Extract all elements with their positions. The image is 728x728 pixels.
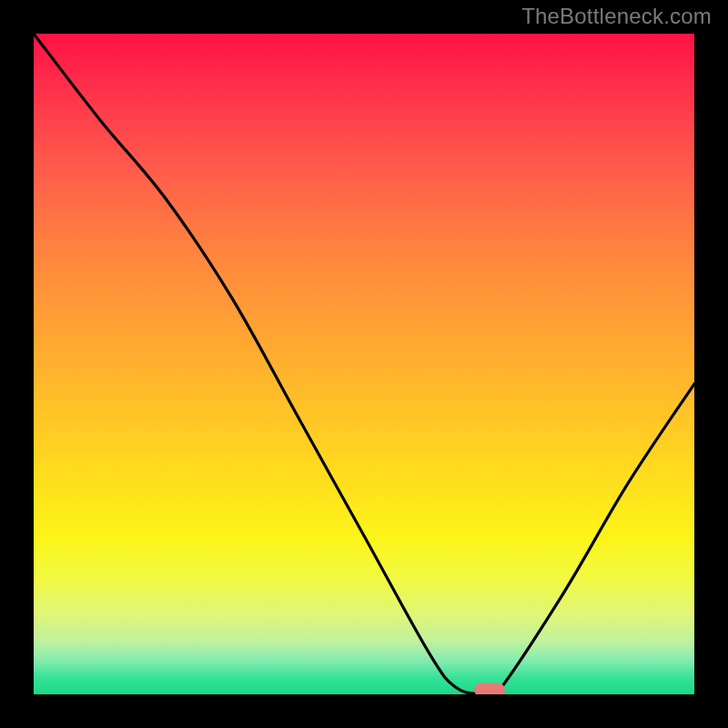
chart-container: TheBottleneck.com xyxy=(0,0,728,728)
plot-svg xyxy=(34,34,694,694)
bottleneck-curve-path xyxy=(34,34,694,694)
x-axis-line xyxy=(34,694,694,698)
watermark-text: TheBottleneck.com xyxy=(521,4,712,29)
